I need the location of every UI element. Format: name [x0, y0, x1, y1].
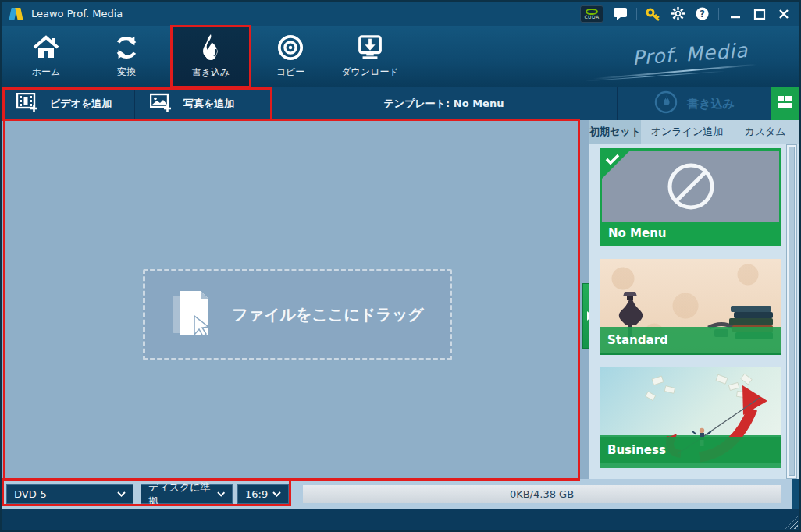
disc-type-dropdown[interactable]: DVD-5 — [6, 484, 134, 504]
quality-fit-value: ディスクに準拠 — [148, 481, 217, 509]
template-card-label: No Menu — [602, 222, 779, 243]
toolbar-item-download[interactable]: ダウンロード — [329, 26, 411, 87]
chevron-down-icon — [117, 491, 126, 497]
chevron-down-icon — [217, 491, 225, 497]
selected-check-icon — [602, 151, 630, 182]
scrollbar-thumb[interactable] — [789, 147, 795, 476]
template-card-no-menu[interactable]: No Menu — [600, 148, 781, 246]
toolbar-item-label: ダウンロード — [341, 66, 398, 79]
disc-capacity-bar: 0KB/4.38 GB — [303, 485, 781, 503]
dropzone-hint-text: ファイルをここにドラッグ — [232, 304, 424, 325]
template-card-standard[interactable]: Standard — [600, 259, 781, 355]
tab-online-add[interactable]: オンライン追加 — [641, 120, 733, 144]
aspect-ratio-dropdown[interactable]: 16:9 — [237, 484, 289, 504]
toolbar-item-burn[interactable]: 書き込み — [170, 26, 251, 87]
titlebar-separator — [636, 8, 637, 20]
add-photo-label: 写真を追加 — [183, 97, 234, 111]
window-title: Leawo Prof. Media — [31, 8, 123, 20]
titlebar-separator — [718, 8, 719, 20]
file-dropzone[interactable]: ファイルをここにドラッグ — [143, 269, 452, 360]
sidebar-scrollbar[interactable] — [786, 144, 797, 479]
settings-gear-icon[interactable] — [670, 6, 685, 22]
template-sidebar: 初期セット オンライン追加 カスタム No Menu — [589, 120, 799, 479]
no-menu-prohibition-icon — [664, 159, 718, 214]
media-drop-area[interactable]: ファイルをここにドラッグ — [2, 120, 589, 479]
titlebar-actions: CUDA ? — [580, 5, 799, 23]
add-video-button[interactable]: ビデオを追加 — [2, 87, 135, 120]
maximize-button[interactable] — [752, 6, 767, 22]
copy-disc-icon — [276, 34, 304, 61]
add-photo-button[interactable]: 写真を追加 — [135, 87, 271, 120]
panel-layout-toggle-button[interactable] — [771, 87, 799, 120]
sub-toolbar: ビデオを追加 写真を追加 テンプレート: No Menu 書き込み — [2, 87, 799, 120]
svg-text:?: ? — [700, 9, 705, 20]
toolbar-item-label: 変換 — [117, 66, 136, 79]
status-strip — [2, 509, 799, 530]
standard-thumbnail: Standard — [600, 259, 781, 355]
template-card-business[interactable]: Business — [600, 367, 781, 468]
template-card-label: Standard — [600, 327, 781, 355]
no-menu-thumbnail — [602, 151, 779, 222]
drag-file-icon — [171, 289, 216, 341]
burn-action-button-disabled[interactable]: 書き込み — [617, 87, 771, 120]
toolbar-item-label: ホーム — [32, 66, 61, 79]
toolbar-item-home[interactable]: ホーム — [5, 26, 87, 87]
tab-initial-set[interactable]: 初期セット — [589, 120, 641, 144]
help-icon[interactable]: ? — [694, 6, 710, 22]
leawo-logo-icon — [9, 7, 24, 21]
quality-fit-dropdown[interactable]: ディスクに準拠 — [141, 484, 233, 504]
home-icon — [32, 34, 60, 61]
tab-custom[interactable]: カスタム — [733, 120, 797, 144]
main-toolbar: ホーム 変換 書き込み コピー ダウンロード Prof. Media — [2, 26, 799, 87]
download-icon — [356, 34, 384, 61]
chevron-down-icon — [272, 491, 281, 497]
add-photo-icon — [150, 93, 172, 115]
title-bar: Leawo Prof. Media CUDA ? — [2, 2, 799, 26]
template-tabs: 初期セット オンライン追加 カスタム — [589, 120, 799, 144]
app-window: Leawo Prof. Media CUDA ? — [0, 0, 801, 532]
burn-flame-icon — [198, 34, 224, 62]
layout-grid-icon — [778, 94, 793, 113]
toolbar-item-convert[interactable]: 変換 — [86, 26, 167, 87]
toolbar-item-label: 書き込み — [192, 66, 230, 80]
toolbar-item-label: コピー — [276, 66, 305, 79]
minimize-button[interactable] — [728, 6, 743, 22]
disc-type-value: DVD-5 — [14, 488, 47, 500]
close-button[interactable] — [776, 6, 792, 22]
add-video-icon — [16, 93, 38, 115]
convert-refresh-icon — [112, 34, 141, 61]
register-key-icon[interactable] — [646, 6, 661, 22]
bottom-settings-bar: DVD-5 ディスクに準拠 16:9 0KB/4.38 GB — [2, 479, 792, 509]
add-video-label: ビデオを追加 — [50, 97, 112, 111]
template-status-label: テンプレート: No Menu — [271, 87, 617, 120]
business-thumbnail: Business — [600, 367, 781, 468]
template-card-label: Business — [600, 437, 781, 463]
aspect-ratio-value: 16:9 — [245, 488, 268, 500]
brand-script-logo: Prof. Media — [603, 37, 776, 71]
cuda-badge-icon: CUDA — [580, 5, 603, 23]
disc-capacity-text: 0KB/4.38 GB — [510, 488, 574, 500]
feedback-icon[interactable] — [612, 6, 628, 22]
burn-circle-flame-icon — [654, 90, 678, 117]
toolbar-item-copy[interactable]: コピー — [250, 26, 331, 87]
resize-grip[interactable] — [785, 516, 798, 529]
burn-action-label: 書き込み — [687, 97, 735, 112]
